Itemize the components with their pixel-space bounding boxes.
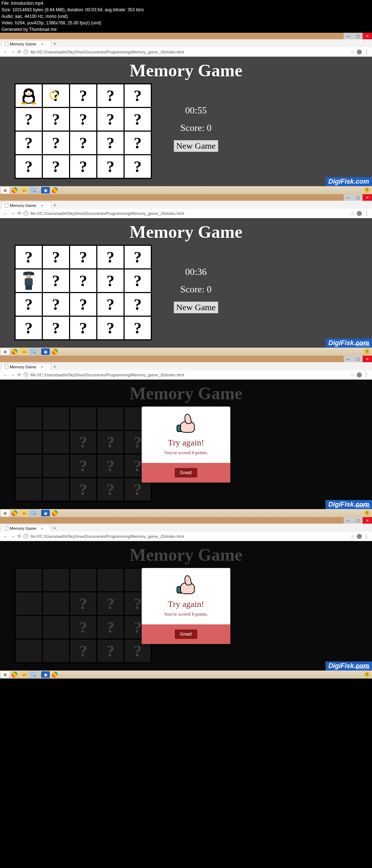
- user-icon[interactable]: [357, 372, 362, 377]
- card-hidden[interactable]: ?: [16, 155, 42, 178]
- forward-button[interactable]: →: [10, 211, 15, 216]
- taskbar-search-icon[interactable]: 🔍: [29, 671, 38, 678]
- taskbar-chrome-icon[interactable]: [10, 510, 19, 516]
- card-hidden[interactable]: ?: [43, 132, 69, 154]
- card-hidden[interactable]: ?: [125, 269, 151, 292]
- taskbar-chrome-icon[interactable]: [50, 187, 59, 193]
- address-bar[interactable]: file:///C:/Users/aarthi/SkyDrive/Documen…: [31, 50, 348, 54]
- new-tab-button[interactable]: +: [51, 524, 58, 532]
- new-tab-button[interactable]: +: [51, 363, 58, 370]
- taskbar-chrome-icon[interactable]: [50, 348, 59, 355]
- taskbar-chrome-icon[interactable]: [10, 671, 19, 678]
- maximize-button[interactable]: ▢: [353, 33, 363, 39]
- card-hidden[interactable]: ?: [97, 293, 124, 316]
- card-hidden[interactable]: ?: [125, 155, 151, 178]
- card-hidden[interactable]: ?: [125, 132, 151, 154]
- card-hidden[interactable]: ?: [43, 293, 69, 316]
- card-hidden[interactable]: ?: [97, 246, 124, 268]
- card-hidden[interactable]: ?: [97, 108, 124, 131]
- card-hidden[interactable]: ?: [70, 293, 96, 316]
- taskbar-folder-icon[interactable]: ▭: [20, 671, 28, 678]
- taskbar-folder-icon[interactable]: ▭: [20, 187, 28, 193]
- minimize-button[interactable]: —: [344, 194, 353, 201]
- address-bar[interactable]: file:///C:/Users/aarthi/SkyDrive/Documen…: [31, 534, 348, 539]
- card-hidden[interactable]: ?: [43, 317, 69, 339]
- card-hidden[interactable]: ?: [97, 84, 124, 107]
- taskbar-folder-icon[interactable]: ▭: [20, 510, 28, 516]
- taskbar-chrome-icon[interactable]: [50, 510, 59, 516]
- card-hidden[interactable]: ?: [125, 246, 151, 268]
- card-hidden[interactable]: ?: [43, 246, 69, 268]
- card-hidden[interactable]: ?: [43, 84, 69, 107]
- close-button[interactable]: ✕: [363, 356, 372, 362]
- browser-tab[interactable]: Memory Game ✕: [1, 40, 51, 47]
- info-icon[interactable]: ⓘ: [23, 372, 28, 377]
- info-icon[interactable]: ⓘ: [23, 534, 28, 539]
- minimize-button[interactable]: —: [344, 356, 353, 362]
- back-button[interactable]: ←: [3, 211, 8, 216]
- card-penguin[interactable]: [16, 84, 42, 107]
- card-pirate[interactable]: [16, 269, 42, 292]
- close-button[interactable]: ✕: [363, 33, 372, 39]
- card-hidden[interactable]: ?: [125, 84, 151, 107]
- tab-close-icon[interactable]: ✕: [41, 204, 44, 208]
- reload-button[interactable]: ⟳: [17, 211, 21, 216]
- taskbar-folder-icon[interactable]: ▭: [20, 348, 28, 355]
- new-game-button[interactable]: New Game: [174, 301, 218, 313]
- bookmark-icon[interactable]: ☆: [351, 49, 355, 55]
- card-hidden[interactable]: ?: [16, 132, 42, 154]
- user-icon[interactable]: [357, 211, 362, 216]
- bookmark-icon[interactable]: ☆: [351, 372, 355, 377]
- maximize-button[interactable]: ▢: [353, 356, 363, 362]
- address-bar[interactable]: file:///C:/Users/aarthi/SkyDrive/Documen…: [31, 211, 348, 216]
- card-hidden[interactable]: ?: [97, 269, 124, 292]
- card-hidden[interactable]: ?: [125, 317, 151, 339]
- menu-icon[interactable]: ⋮: [364, 49, 369, 55]
- taskbar-search-icon[interactable]: 🔍: [29, 510, 38, 516]
- forward-button[interactable]: →: [10, 533, 15, 539]
- browser-tab[interactable]: Memory Game ✕: [1, 202, 51, 209]
- info-icon[interactable]: ⓘ: [23, 211, 28, 216]
- card-hidden[interactable]: ?: [125, 293, 151, 316]
- address-bar[interactable]: file:///C:/Users/aarthi/SkyDrive/Documen…: [31, 373, 348, 377]
- menu-icon[interactable]: ⋮: [364, 533, 369, 539]
- card-hidden[interactable]: ?: [16, 317, 42, 339]
- maximize-button[interactable]: ▢: [353, 517, 363, 524]
- card-hidden[interactable]: ?: [43, 108, 69, 131]
- card-hidden[interactable]: ?: [43, 269, 69, 292]
- card-hidden[interactable]: ?: [70, 317, 96, 339]
- reload-button[interactable]: ⟳: [17, 49, 21, 55]
- back-button[interactable]: ←: [3, 533, 8, 539]
- browser-tab[interactable]: Memory Game ✕: [1, 363, 51, 370]
- start-button[interactable]: ⊞: [1, 510, 9, 516]
- start-button[interactable]: ⊞: [1, 348, 9, 355]
- menu-icon[interactable]: ⋮: [364, 372, 369, 378]
- card-hidden[interactable]: ?: [16, 246, 42, 268]
- start-button[interactable]: ⊞: [1, 671, 9, 678]
- forward-button[interactable]: →: [10, 372, 15, 378]
- taskbar-app-icon[interactable]: ▣: [41, 671, 50, 678]
- info-icon[interactable]: ⓘ: [23, 49, 28, 55]
- taskbar-app-icon[interactable]: ▣: [41, 510, 50, 516]
- card-hidden[interactable]: ?: [16, 293, 42, 316]
- great-button[interactable]: Great!: [175, 629, 197, 639]
- card-hidden[interactable]: ?: [125, 108, 151, 131]
- bookmark-icon[interactable]: ☆: [351, 211, 355, 216]
- card-hidden[interactable]: ?: [70, 132, 96, 154]
- help-icon[interactable]: ?: [364, 349, 370, 355]
- taskbar-chrome-icon[interactable]: [10, 348, 19, 355]
- close-button[interactable]: ✕: [363, 194, 372, 201]
- card-hidden[interactable]: ?: [97, 132, 124, 154]
- new-game-button[interactable]: New Game: [174, 140, 218, 152]
- taskbar-search-icon[interactable]: 🔍: [29, 187, 38, 193]
- card-hidden[interactable]: ?: [70, 84, 96, 107]
- browser-tab[interactable]: Memory Game ✕: [1, 525, 51, 532]
- help-icon[interactable]: ?: [364, 187, 370, 193]
- reload-button[interactable]: ⟳: [17, 372, 21, 377]
- bookmark-icon[interactable]: ☆: [351, 534, 355, 539]
- minimize-button[interactable]: —: [344, 517, 353, 524]
- taskbar-chrome-icon[interactable]: [10, 187, 19, 193]
- forward-button[interactable]: →: [10, 49, 15, 55]
- reload-button[interactable]: ⟳: [17, 534, 21, 539]
- maximize-button[interactable]: ▢: [353, 194, 363, 201]
